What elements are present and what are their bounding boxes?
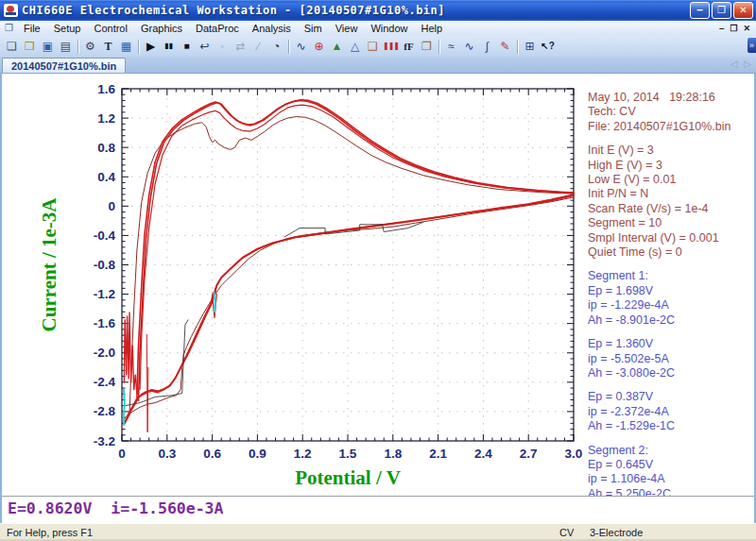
- smooth-button[interactable]: ≈: [442, 38, 460, 56]
- svg-text:1.2: 1.2: [294, 447, 312, 461]
- help-pointer-button[interactable]: ↖?: [539, 38, 557, 56]
- cv-curve-cycle-2-forward: [140, 105, 574, 390]
- svg-text:-1.2: -1.2: [94, 287, 115, 301]
- derivative-button[interactable]: ∿: [460, 38, 478, 56]
- y-axis-title: Current / 1e-3A: [38, 197, 60, 332]
- restore-button[interactable]: ❐: [712, 2, 731, 19]
- zoom-button[interactable]: ⊕: [310, 38, 328, 56]
- menu-sim[interactable]: Sim: [298, 22, 329, 35]
- svg-text:2.7: 2.7: [520, 447, 538, 461]
- toolbar-separator: [517, 40, 518, 54]
- copy-to-clipboard-button[interactable]: ❐: [418, 38, 436, 56]
- experiment-info-panel: May 10, 2014 19:28:16Tech: CVFile: 20140…: [588, 91, 752, 511]
- svg-text:0.4: 0.4: [97, 170, 115, 184]
- svg-text:1.5: 1.5: [339, 447, 357, 461]
- overlay-plots-button[interactable]: ❑: [364, 38, 382, 56]
- svg-text:-2.0: -2.0: [94, 346, 115, 360]
- svg-text:-1.6: -1.6: [94, 316, 116, 330]
- font-button[interactable]: fF: [400, 38, 418, 56]
- run-button[interactable]: ▶: [142, 38, 160, 56]
- integration-button[interactable]: ∫: [478, 38, 496, 56]
- svg-text:0: 0: [108, 199, 115, 213]
- svg-text:-3.2: -3.2: [94, 434, 115, 448]
- grid-lines: [124, 91, 572, 439]
- tab-scroll-right-icon[interactable]: ▷: [744, 59, 751, 69]
- cv-curve-cycle-1-forward: [129, 117, 574, 415]
- text-tool-button[interactable]: T: [99, 38, 117, 56]
- status-electrode-mode: 3-Electrode: [590, 527, 643, 538]
- svg-text:1.2: 1.2: [97, 111, 115, 126]
- cv-curve-cyan-marker-1: [215, 293, 215, 312]
- experiment-parameters: Init E (V) = 3High E (V) = 3Low E (V) = …: [588, 144, 752, 260]
- cv-plot[interactable]: 00.30.60.91.21.51.82.12.42.73.01.61.20.8…: [2, 74, 588, 523]
- segment-results-1-3: Ep = 0.387Vip = -2.372e-4AAh = -1.529e-1…: [588, 390, 752, 433]
- cv-curve-noise-spike-deep: [146, 334, 148, 431]
- app-window: CHI660E Electrochemical Workstation - [2…: [0, 0, 756, 541]
- present-data-plot-button[interactable]: ∿: [292, 38, 310, 56]
- status-technique: CV: [559, 527, 574, 538]
- peak-definition-button[interactable]: ▲: [328, 38, 346, 56]
- menu-view[interactable]: View: [329, 22, 365, 35]
- svg-text:-2.4: -2.4: [94, 375, 116, 389]
- system-setup-button[interactable]: ⚙: [81, 38, 99, 56]
- timer-button[interactable]: ◔: [267, 38, 285, 56]
- window-controls: ‒❐✕: [690, 2, 753, 19]
- title-bar: CHI660E Electrochemical Workstation - [2…: [0, 0, 756, 21]
- svg-text:2.4: 2.4: [474, 447, 492, 461]
- continue-step-button: ⇄: [232, 38, 249, 56]
- close-button[interactable]: ✕: [733, 2, 753, 19]
- cell-control-button[interactable]: ▦: [117, 38, 135, 56]
- mdi-restore-button[interactable]: ❐: [730, 24, 737, 33]
- clipped-toolbar-icon: »: [747, 38, 756, 53]
- toolbar: ❏❒▣▤⚙T▦▶▮▮■↩◦⇄∕◔∿⊕▲△❑❚❚❚fF❐≈∿∫✎⊞↖?»: [0, 36, 756, 57]
- document-system-menu-icon[interactable]: ❐: [5, 24, 13, 33]
- pause-button[interactable]: ▮▮: [160, 38, 178, 56]
- minimize-button[interactable]: ‒: [690, 2, 710, 19]
- svg-text:-0.4: -0.4: [94, 228, 116, 243]
- svg-text:0.3: 0.3: [158, 447, 176, 461]
- new-button[interactable]: ❏: [3, 38, 21, 56]
- baseline-correction-button[interactable]: ✎: [496, 38, 514, 56]
- x-axis-title: Potential / V: [295, 466, 401, 489]
- toolbar-separator: [288, 40, 289, 54]
- menu-graphics[interactable]: Graphics: [134, 22, 189, 35]
- menu-analysis[interactable]: Analysis: [246, 22, 298, 35]
- svg-text:0.9: 0.9: [249, 447, 266, 461]
- menu-setup[interactable]: Setup: [47, 22, 88, 35]
- cv-curve-noise-spikes: [124, 313, 137, 394]
- menu-help[interactable]: Help: [415, 22, 450, 35]
- status-help-text: For Help, press F1: [0, 527, 93, 538]
- svg-text:-0.8: -0.8: [94, 258, 116, 272]
- print-button[interactable]: ▤: [57, 38, 75, 56]
- svg-text:0.8: 0.8: [97, 141, 115, 155]
- data-listing-button[interactable]: ⊞: [521, 38, 539, 56]
- svg-text:0.6: 0.6: [203, 447, 221, 461]
- cv-curve-cycle-1-return: [124, 197, 574, 420]
- document-tab[interactable]: 20140507#1G10%.bin: [2, 58, 126, 73]
- stop-button[interactable]: ■: [178, 38, 196, 56]
- cursor-readout-strip: E=0.8620V i=-1.560e-3A: [2, 496, 754, 523]
- menu-file[interactable]: File: [17, 22, 47, 35]
- menu-window[interactable]: Window: [364, 22, 414, 35]
- menu-dataproc[interactable]: DataProc: [189, 22, 246, 35]
- color-bars-button[interactable]: ❚❚❚: [382, 38, 400, 56]
- peak-shape-button[interactable]: △: [346, 38, 364, 56]
- open-button[interactable]: ❒: [21, 38, 39, 56]
- cursor-readout: E=0.8620V i=-1.560e-3A: [2, 497, 754, 517]
- svg-text:2.1: 2.1: [429, 447, 447, 461]
- experiment-header: May 10, 2014 19:28:16Tech: CVFile: 20140…: [588, 91, 752, 134]
- reverse-scan-button[interactable]: ↩: [196, 38, 214, 56]
- svg-text:-2.8: -2.8: [94, 404, 116, 418]
- menu-control[interactable]: Control: [87, 22, 133, 35]
- segment-results-2-1: Segment 2:Ep = 0.645Vip = 1.106e-4AAh = …: [588, 444, 752, 502]
- mdi-close-button[interactable]: ✕: [743, 24, 750, 33]
- mdi-minimize-button[interactable]: ‒: [719, 24, 724, 33]
- window-title: CHI660E Electrochemical Workstation - [2…: [22, 4, 686, 17]
- cv-curve-cycle-4-return: [125, 194, 574, 423]
- ir-comp-button: ∕: [249, 38, 267, 56]
- mdi-window-controls: ‒❐✕: [719, 24, 750, 33]
- cv-curve-cycle-4-forward: [139, 100, 575, 401]
- tab-scroll-left-icon[interactable]: ◁: [730, 59, 738, 69]
- menu-bar: ❐ FileSetupControlGraphicsDataProcAnalys…: [0, 21, 756, 36]
- save-button[interactable]: ▣: [39, 38, 57, 56]
